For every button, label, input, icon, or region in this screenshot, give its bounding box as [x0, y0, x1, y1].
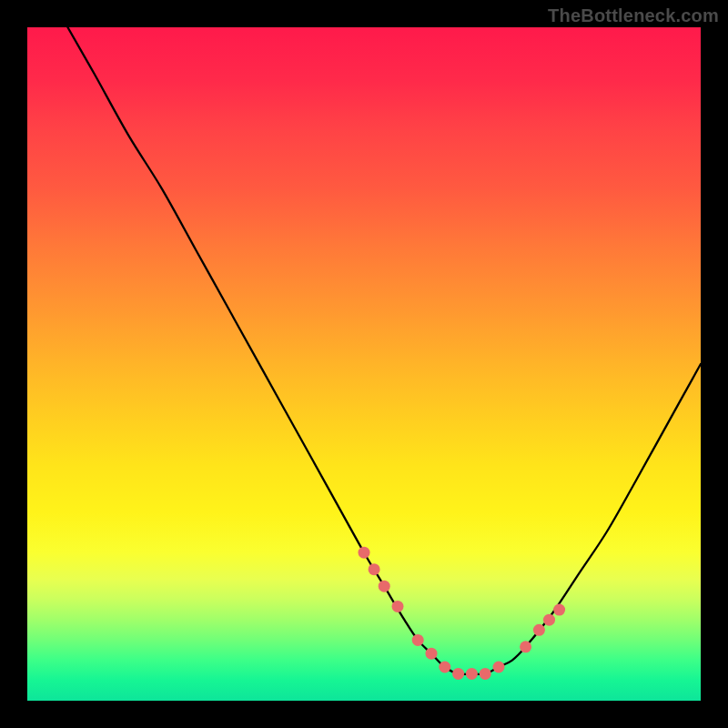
highlight-dot [426, 648, 438, 660]
plot-area [27, 27, 701, 701]
highlight-dot [379, 581, 390, 592]
highlight-dots-group [359, 547, 566, 680]
highlight-dot [392, 601, 404, 612]
highlight-dot [452, 668, 464, 680]
highlight-dot [480, 668, 491, 680]
chart-stage: TheBottleneck.com [0, 0, 728, 728]
highlight-dot [369, 563, 380, 575]
highlight-dot [553, 604, 565, 616]
bottleneck-curve-path [67, 27, 701, 674]
attribution-label: TheBottleneck.com [548, 5, 719, 26]
highlight-dot [493, 662, 505, 673]
highlight-dot [520, 641, 531, 652]
highlight-dot [466, 668, 478, 680]
highlight-dot [412, 634, 424, 646]
bottleneck-curve-svg [27, 27, 701, 701]
highlight-dot [543, 614, 555, 626]
highlight-dot [359, 547, 370, 559]
highlight-dot [439, 662, 450, 673]
highlight-dot [533, 624, 545, 636]
